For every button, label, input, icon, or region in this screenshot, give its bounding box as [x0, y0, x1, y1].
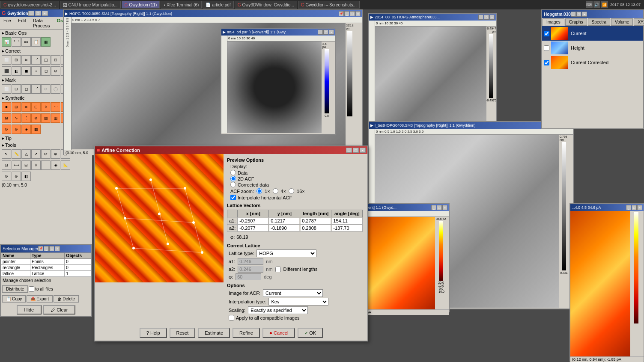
taskbar-tab-gwyddion-screenshot[interactable]: G gwyddion-screenshot-2...	[0, 1, 59, 9]
affine-preview-canvas[interactable]	[95, 154, 224, 282]
delete-button[interactable]: 🗑Delete	[54, 295, 79, 303]
tools-btn-1[interactable]: ↖	[2, 149, 11, 159]
db-item-current-corrected[interactable]: Current Corrected	[542, 55, 643, 70]
correct-btn-9[interactable]: ⬛	[2, 66, 11, 76]
interpolate-checkbox[interactable]	[230, 195, 236, 200]
sel-row-pointer[interactable]: pointer Points 0	[1, 259, 91, 265]
correct-a2-input[interactable]	[238, 266, 263, 273]
apply-all-checkbox[interactable]	[229, 315, 234, 320]
lv-a2-length[interactable]	[300, 225, 331, 232]
syn-btn-19[interactable]: ◈	[21, 125, 31, 134]
m54-close-btn[interactable]: ×	[329, 30, 334, 35]
tools-btn-4[interactable]: ↗	[31, 149, 41, 159]
lv-a1-angle[interactable]	[331, 217, 363, 225]
clear-button[interactable]: 🖊 Clear	[43, 305, 75, 315]
lattice-type-select[interactable]: HOPG	[256, 249, 316, 257]
lv-a1-length-input[interactable]	[301, 218, 331, 224]
mark-btn-3[interactable]: ◻	[21, 84, 31, 94]
mark-btn-5[interactable]: ⊙	[41, 84, 51, 94]
lv-a2-angle[interactable]	[331, 225, 363, 232]
zoom-1x-input[interactable]	[256, 188, 262, 194]
taskbar-tab-3dwindow[interactable]: G Gwy3DWindow: Gwyddio...	[235, 1, 297, 9]
correct-btn-11[interactable]: ◼	[21, 66, 31, 76]
syn-btn-6[interactable]: ⋯	[51, 102, 60, 112]
zoom-4x-input[interactable]	[273, 188, 278, 194]
db-close-btn[interactable]: ×	[582, 12, 587, 17]
syn-btn-2[interactable]: ⊞	[12, 102, 21, 112]
correct-btn-3[interactable]: ≋	[21, 55, 31, 65]
radio-data-input[interactable]	[230, 170, 236, 175]
cur2-close-btn[interactable]: ×	[637, 205, 642, 210]
db-tab-images[interactable]: Images	[543, 18, 564, 26]
syn-btn-4[interactable]: ⊡	[31, 102, 41, 112]
taskbar-tab-gwyddion11[interactable]: G Gwyddion (11)	[122, 1, 160, 9]
correct-a1-input[interactable]	[238, 258, 263, 265]
lv-a2-y[interactable]	[269, 225, 300, 232]
lv-a1-x-input[interactable]	[238, 218, 268, 224]
atmosphere-canvas[interactable]	[375, 27, 486, 122]
cur1-close-btn[interactable]: ×	[442, 205, 447, 210]
zoom-16x-input[interactable]	[289, 188, 294, 194]
correct-btn-6[interactable]: ⊡	[51, 55, 60, 65]
syn-btn-18[interactable]: ⊛	[12, 125, 21, 134]
db-current-checkbox[interactable]	[544, 31, 549, 36]
taskbar-tab-gimp[interactable]: 🖼 GNU Image Manipulatio...	[60, 1, 121, 9]
mark-btn-1[interactable]: ⬜	[2, 84, 11, 94]
hide-button[interactable]: Hide	[17, 305, 42, 315]
gwyddion-maximize-btn[interactable]: □	[35, 11, 41, 16]
tools-btn-9[interactable]: ⟺	[12, 160, 21, 170]
gwyddion-close-btn[interactable]: ×	[42, 11, 48, 16]
tools-btn-15[interactable]: ⊙	[2, 172, 11, 181]
tools-btn-14[interactable]: 📐	[61, 160, 70, 170]
db-item-current[interactable]: Current	[542, 26, 643, 41]
interpolation-select[interactable]: Key	[268, 298, 328, 306]
taskbar-tab-terminal[interactable]: ▪ Xfce Terminal (6)	[161, 1, 202, 9]
sel-row-lattice[interactable]: lattice Lattice 1	[1, 271, 91, 277]
image-for-acf-select[interactable]: Current	[263, 289, 323, 297]
db-tab-graphs[interactable]: Graphs	[565, 18, 587, 26]
tools-btn-17[interactable]: ◧	[21, 172, 31, 181]
gwyddion-minimize-btn[interactable]: _	[28, 11, 34, 16]
export-button[interactable]: 📤Export	[27, 295, 53, 303]
tools-btn-3[interactable]: △	[21, 149, 31, 159]
mark-btn-6[interactable]: ◯	[51, 84, 60, 94]
cur2-maximize-btn[interactable]: □	[632, 205, 637, 210]
affine-close-btn[interactable]: ×	[360, 148, 366, 153]
syn-btn-20[interactable]: ▦	[31, 125, 41, 134]
tools-btn-16[interactable]: ⊛	[12, 172, 21, 181]
sel-manager-maximize-btn[interactable]: □	[49, 246, 54, 251]
lv-a2-x[interactable]	[238, 225, 269, 232]
ok-button[interactable]: ✔ OK	[298, 328, 323, 338]
lv-a1-y[interactable]	[269, 217, 300, 225]
current1-canvas[interactable]	[362, 217, 435, 309]
syn-btn-13[interactable]: ▨	[41, 113, 51, 123]
tools-btn-8[interactable]: ⊡	[2, 160, 11, 170]
lv-a2-length-input[interactable]	[301, 225, 331, 231]
tool-btn-3[interactable]: ≡≡	[21, 37, 31, 47]
lv-a2-angle-input[interactable]	[332, 225, 362, 231]
db-item-height[interactable]: Height	[542, 41, 643, 55]
cur2-minimize-btn[interactable]: _	[626, 205, 631, 210]
correct-btn-13[interactable]: ◻	[41, 66, 51, 76]
m54-maximize-btn[interactable]: □	[323, 30, 328, 35]
cur1-maximize-btn[interactable]: □	[437, 205, 442, 210]
atm-close-btn[interactable]: ×	[489, 15, 495, 20]
cancel-button[interactable]: ● Cancel	[262, 328, 295, 338]
volume-icon[interactable]: 🔊	[593, 1, 600, 8]
tools-btn-10[interactable]: ⊟	[21, 160, 31, 170]
m54-minimize-btn[interactable]: _	[318, 30, 323, 35]
correct-btn-5[interactable]: ◫	[41, 55, 51, 65]
correct-btn-2[interactable]: ⊞	[12, 55, 21, 65]
hopg-close-btn[interactable]: ×	[355, 11, 361, 16]
syn-btn-10[interactable]: ∿	[12, 113, 21, 123]
syn-btn-11[interactable]: ⋮	[21, 113, 31, 123]
sel-manager-close-btn[interactable]: ×	[55, 246, 60, 251]
tools-btn-13[interactable]: ◈	[51, 160, 60, 170]
syn-btn-1[interactable]: ■	[2, 102, 11, 112]
db-minimize-btn[interactable]: _	[571, 12, 576, 17]
correct-phi-input[interactable]	[236, 273, 261, 280]
db-maximize-btn[interactable]: □	[576, 12, 581, 17]
menu-data-process[interactable]: Data Process	[30, 18, 54, 29]
correct-btn-4[interactable]: ⋰	[31, 55, 41, 65]
db-corrected-checkbox[interactable]	[544, 60, 549, 65]
